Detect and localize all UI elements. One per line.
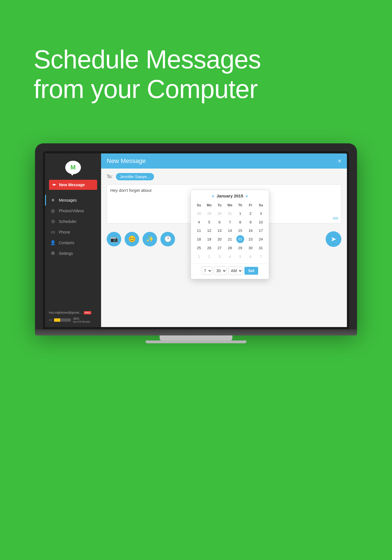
cal-day[interactable]: 17 [256, 227, 266, 235]
scheduler-icon: ⊙ [50, 219, 55, 224]
message-dialog-header: New Message × [101, 153, 347, 169]
cal-day[interactable]: 2 [204, 253, 214, 261]
laptop-base [35, 329, 357, 335]
cal-next-button[interactable]: » [246, 193, 248, 199]
laptop-screen-bezel: M ✏ New Message ≡ Messages [43, 151, 349, 329]
camera-tool-button[interactable]: 📷 [107, 232, 121, 246]
magic-tool-button[interactable]: ✨ [143, 232, 157, 246]
set-button[interactable]: Set [244, 267, 258, 275]
cal-day[interactable]: 9 [245, 218, 256, 227]
cal-day[interactable]: 3 [256, 209, 266, 218]
toolbar-left: 📷 😊 ✨ 🕐 [107, 232, 175, 246]
to-label: To: [107, 174, 113, 179]
cal-day[interactable]: 4 [194, 218, 204, 227]
clock-tool-button[interactable]: 🕐 [160, 232, 175, 246]
day-header-fr: Fr [245, 201, 256, 209]
new-message-button[interactable]: ✏ New Message [49, 180, 97, 190]
laptop-screen: M ✏ New Message ≡ Messages [45, 153, 347, 327]
edit-icon: ✏ [52, 182, 57, 187]
cal-day[interactable]: 29 [204, 209, 214, 218]
sidebar-item-photos[interactable]: ◎ Photos/Videos [45, 206, 101, 216]
hour-select[interactable]: 7 [202, 267, 212, 275]
day-header-th: Th [235, 201, 245, 209]
battery-bar [54, 318, 71, 322]
send-icon: ➤ [331, 235, 336, 243]
cal-day[interactable]: 16 [245, 227, 256, 235]
phone-icon-small: ▭ [49, 318, 52, 322]
cal-day[interactable]: 1 [235, 209, 245, 218]
cal-day[interactable]: 11 [194, 227, 204, 235]
emoji-tool-icon: 😊 [128, 235, 136, 243]
contacts-icon: 👤 [50, 240, 55, 245]
sidebar: M ✏ New Message ≡ Messages [45, 153, 101, 327]
cal-day[interactable]: 21 [225, 235, 235, 244]
cal-day[interactable]: 7 [256, 253, 266, 261]
day-header-sa: Sa [256, 201, 266, 209]
ampm-select[interactable]: AM PM [228, 267, 243, 275]
calendar-week-2: 4 5 6 7 8 9 10 [194, 218, 266, 227]
cal-day[interactable]: 2 [245, 209, 256, 218]
cal-day[interactable]: 6 [245, 253, 256, 261]
settings-icon: ⚙ [50, 251, 55, 256]
battery-info: 36% (as of 5:36 pm) [73, 317, 90, 323]
calendar-week-1: 28 29 30 31 1 2 3 [194, 209, 266, 218]
sidebar-item-phone[interactable]: ▭ Phone [45, 227, 101, 237]
day-header-su: Su [194, 201, 204, 209]
laptop-stand [160, 335, 232, 340]
cal-day[interactable]: 13 [214, 227, 225, 235]
cal-day[interactable]: 26 [204, 244, 214, 253]
cal-day[interactable]: 28 [225, 244, 235, 253]
cal-day[interactable]: 14 [225, 227, 235, 235]
cal-day[interactable]: 30 [245, 244, 256, 253]
calendar-title: January 2015 [216, 193, 243, 198]
cal-day[interactable]: 1 [194, 253, 204, 261]
cal-day[interactable]: 29 [235, 244, 245, 253]
cal-day[interactable]: 18 [194, 235, 204, 244]
close-button[interactable]: × [338, 157, 341, 165]
cal-day[interactable]: 4 [225, 253, 235, 261]
cal-day[interactable]: 15 [235, 227, 245, 235]
cal-day[interactable]: 12 [204, 227, 214, 235]
emoji-tool-button[interactable]: 😊 [125, 232, 139, 246]
cal-day[interactable]: 10 [256, 218, 266, 227]
calendar-day-headers: Su Mo Tu We Th Fr Sa [194, 201, 266, 209]
cal-day[interactable]: 3 [214, 253, 225, 261]
laptop-foot [146, 340, 246, 343]
cal-day[interactable]: 20 [214, 235, 225, 244]
calendar-week-6: 1 2 3 4 5 6 7 [194, 253, 266, 261]
cal-day[interactable]: 23 [245, 235, 256, 244]
cal-day[interactable]: 31 [256, 244, 266, 253]
sidebar-item-messages[interactable]: ≡ Messages [45, 195, 101, 206]
sidebar-logo: M [45, 157, 101, 180]
cal-day[interactable]: 25 [194, 244, 204, 253]
battery-row: ▭ 36% (as of 5:36 pm) [49, 317, 97, 323]
cal-day[interactable]: 7 [225, 218, 235, 227]
day-header-mo: Mo [204, 201, 214, 209]
send-button[interactable]: ➤ [326, 231, 341, 247]
cal-day[interactable]: 5 [235, 253, 245, 261]
cal-day[interactable]: 6 [214, 218, 225, 227]
cal-day[interactable]: 31 [225, 209, 235, 218]
cal-prev-button[interactable]: « [212, 193, 214, 199]
sidebar-item-settings[interactable]: ⚙ Settings [45, 248, 101, 259]
clock-tool-icon: 🕐 [164, 235, 172, 243]
cal-day[interactable]: 24 [256, 235, 266, 244]
cal-day[interactable]: 19 [204, 235, 214, 244]
cal-day[interactable]: 28 [194, 209, 204, 218]
day-header-tu: Tu [214, 201, 225, 209]
cal-day[interactable]: 5 [204, 218, 214, 227]
calendar-week-3: 11 12 13 14 15 16 17 [194, 227, 266, 235]
hero-section: Schedule Messages from your Computer [0, 0, 392, 127]
calendar-week-5: 25 26 27 28 29 30 31 [194, 244, 266, 253]
calendar-time-row: 7 30 AM PM Set [191, 263, 269, 279]
sidebar-item-contacts[interactable]: 👤 Contacts [45, 237, 101, 248]
sidebar-bottom: hey.mightytext@gmail... PRO ▭ 36% [45, 307, 101, 327]
cal-day[interactable]: 30 [214, 209, 225, 218]
minute-select[interactable]: 30 [214, 267, 227, 275]
contact-chip[interactable]: Jennifer Sawye... [116, 173, 154, 180]
sidebar-item-scheduler[interactable]: ⊙ Scheduler [45, 216, 101, 227]
account-email: hey.mightytext@gmail... PRO [49, 311, 97, 314]
cal-day[interactable]: 27 [214, 244, 225, 253]
cal-day-selected[interactable]: 22 [236, 235, 244, 243]
cal-day[interactable]: 8 [235, 218, 245, 227]
